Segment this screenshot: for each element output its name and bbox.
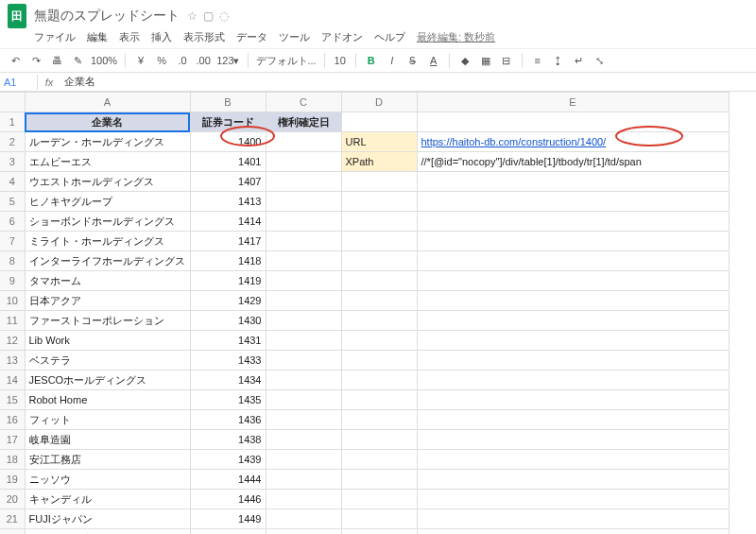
cell-E16[interactable] bbox=[417, 410, 729, 430]
cell-D6[interactable] bbox=[341, 212, 417, 232]
menu-data[interactable]: データ bbox=[236, 30, 267, 44]
row-header[interactable]: 14 bbox=[0, 370, 25, 390]
cell-E7[interactable] bbox=[417, 232, 729, 251]
cell-A6[interactable]: ショーボンドホールディングス bbox=[25, 212, 190, 232]
cell-A5[interactable]: ヒノキヤグループ bbox=[25, 192, 190, 212]
cell-B19[interactable]: 1444 bbox=[190, 470, 266, 490]
cell-C4[interactable] bbox=[266, 172, 341, 192]
currency-icon[interactable]: ¥ bbox=[133, 52, 148, 69]
cell-B20[interactable]: 1446 bbox=[190, 490, 266, 509]
cell-C20[interactable] bbox=[266, 490, 341, 509]
row-header[interactable]: 6 bbox=[0, 212, 25, 232]
bold-icon[interactable]: B bbox=[364, 52, 379, 69]
cell-E6[interactable] bbox=[417, 212, 729, 232]
italic-icon[interactable]: I bbox=[385, 52, 400, 69]
cell-C16[interactable] bbox=[266, 410, 341, 430]
cell-A10[interactable]: 日本アクア bbox=[25, 291, 190, 311]
font-select[interactable]: デフォルト... bbox=[256, 52, 317, 69]
menu-view[interactable]: 表示 bbox=[119, 30, 140, 44]
cell-D20[interactable] bbox=[341, 490, 417, 509]
cell-B3[interactable]: 1401 bbox=[190, 152, 266, 172]
cell-A4[interactable]: ウエストホールディングス bbox=[25, 172, 190, 192]
cell-A8[interactable]: インターライフホールディングス bbox=[25, 251, 190, 271]
cell-C13[interactable] bbox=[266, 351, 341, 370]
cell-C12[interactable] bbox=[266, 331, 341, 351]
cell-B11[interactable]: 1430 bbox=[190, 311, 266, 331]
fill-color-icon[interactable]: ◆ bbox=[457, 52, 472, 69]
cell-A1[interactable]: 企業名 bbox=[25, 112, 190, 132]
cell-C6[interactable] bbox=[266, 212, 341, 232]
cell-E22[interactable] bbox=[417, 529, 729, 535]
cell-B14[interactable]: 1434 bbox=[190, 370, 266, 390]
menu-file[interactable]: ファイル bbox=[34, 30, 76, 44]
cell-C15[interactable] bbox=[266, 390, 341, 410]
cell-A2[interactable]: ルーデン・ホールディングス bbox=[25, 132, 190, 152]
row-header[interactable]: 1 bbox=[0, 112, 25, 132]
cell-C11[interactable] bbox=[266, 311, 341, 331]
row-header[interactable]: 11 bbox=[0, 311, 25, 331]
cell-A19[interactable]: ニッソウ bbox=[25, 470, 190, 490]
paint-format-icon[interactable]: ✎ bbox=[70, 52, 85, 69]
rotate-icon[interactable]: ⤡ bbox=[593, 52, 608, 69]
menu-insert[interactable]: 挿入 bbox=[151, 30, 172, 44]
cell-D21[interactable] bbox=[341, 509, 417, 529]
print-icon[interactable]: 🖶 bbox=[49, 52, 64, 69]
cell-C9[interactable] bbox=[266, 271, 341, 291]
cell-E13[interactable] bbox=[417, 351, 729, 370]
cell-D14[interactable] bbox=[341, 370, 417, 390]
cell-D10[interactable] bbox=[341, 291, 417, 311]
col-header-E[interactable]: E bbox=[417, 93, 729, 112]
name-box[interactable]: A1 bbox=[0, 75, 38, 90]
row-header[interactable]: 3 bbox=[0, 152, 25, 172]
col-header-C[interactable]: C bbox=[266, 93, 341, 112]
menu-edit[interactable]: 編集 bbox=[87, 30, 108, 44]
cell-C21[interactable] bbox=[266, 509, 341, 529]
row-header[interactable]: 7 bbox=[0, 232, 25, 251]
cell-A13[interactable]: ベステラ bbox=[25, 351, 190, 370]
cell-C18[interactable] bbox=[266, 450, 341, 470]
cell-A20[interactable]: キャンディル bbox=[25, 490, 190, 509]
col-header-A[interactable]: A bbox=[25, 93, 190, 112]
cell-D3[interactable]: XPath bbox=[341, 152, 417, 172]
cell-E9[interactable] bbox=[417, 271, 729, 291]
cell-C1[interactable]: 権利確定日 bbox=[266, 112, 341, 132]
sheet-grid[interactable]: A B C D E 1 企業名 証券コード 権利確定日 2ルーデン・ホールディン… bbox=[0, 92, 756, 534]
cell-B18[interactable]: 1439 bbox=[190, 450, 266, 470]
cell-C22[interactable] bbox=[266, 529, 341, 535]
cell-A7[interactable]: ミライト・ホールディングス bbox=[25, 232, 190, 251]
star-icon[interactable]: ☆ bbox=[187, 9, 198, 23]
cell-B15[interactable]: 1435 bbox=[190, 390, 266, 410]
cell-C7[interactable] bbox=[266, 232, 341, 251]
cell-D2[interactable]: URL bbox=[341, 132, 417, 152]
cell-B13[interactable]: 1433 bbox=[190, 351, 266, 370]
cell-D1[interactable] bbox=[341, 112, 417, 132]
cell-A18[interactable]: 安江工務店 bbox=[25, 450, 190, 470]
cell-E14[interactable] bbox=[417, 370, 729, 390]
row-header[interactable]: 8 bbox=[0, 251, 25, 271]
dec-increase-icon[interactable]: .00 bbox=[196, 52, 211, 69]
row-header[interactable]: 18 bbox=[0, 450, 25, 470]
cell-E19[interactable] bbox=[417, 470, 729, 490]
borders-icon[interactable]: ▦ bbox=[478, 52, 493, 69]
strike-icon[interactable]: S̶ bbox=[405, 52, 421, 69]
row-header[interactable]: 17 bbox=[0, 430, 25, 450]
cell-E18[interactable] bbox=[417, 450, 729, 470]
cell-D8[interactable] bbox=[341, 251, 417, 271]
dec-decrease-icon[interactable]: .0 bbox=[175, 52, 190, 69]
col-header-B[interactable]: B bbox=[190, 93, 266, 112]
row-header[interactable]: 15 bbox=[0, 390, 25, 410]
row-header[interactable]: 22 bbox=[0, 529, 25, 535]
halign-icon[interactable]: ≡ bbox=[530, 52, 545, 69]
redo-icon[interactable]: ↷ bbox=[28, 52, 43, 69]
row-header[interactable]: 21 bbox=[0, 509, 25, 529]
menu-addons[interactable]: アドオン bbox=[321, 30, 363, 44]
undo-icon[interactable]: ↶ bbox=[8, 52, 23, 69]
cell-A14[interactable]: JESCOホールディングス bbox=[25, 370, 190, 390]
cell-A21[interactable]: FUJIジャパン bbox=[25, 509, 190, 529]
zoom-select[interactable]: 100% bbox=[91, 52, 117, 69]
cell-A12[interactable]: Lib Work bbox=[25, 331, 190, 351]
cell-A22[interactable]: ダイセキ環境ソリューション bbox=[25, 529, 190, 535]
row-header[interactable]: 10 bbox=[0, 291, 25, 311]
more-formats[interactable]: 123▾ bbox=[216, 52, 239, 69]
cell-B6[interactable]: 1414 bbox=[190, 212, 266, 232]
